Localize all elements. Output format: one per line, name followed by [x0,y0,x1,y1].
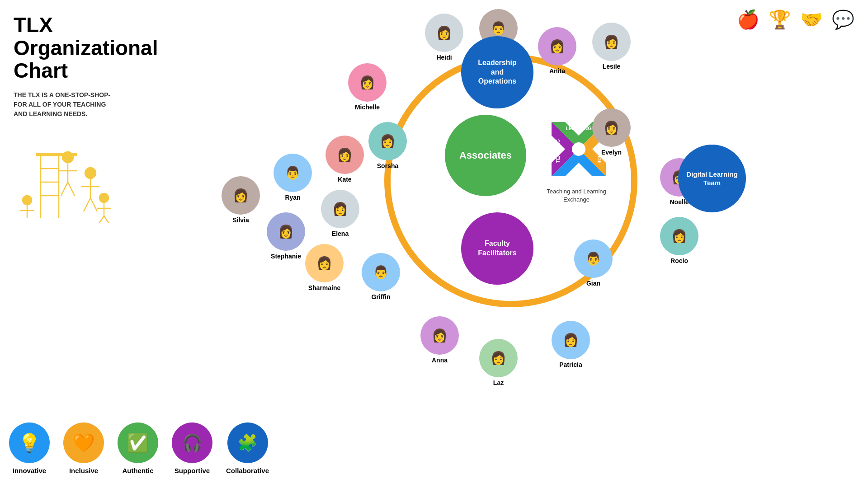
page-title: TLXOrganizationalChart [14,14,140,82]
person-griffin: 👨 Griffin [362,253,400,300]
leadership-circle: LeadershipandOperations [461,36,533,108]
name-laz: Laz [493,379,504,386]
svg-text:LEARNING: LEARNING [566,126,591,131]
person-lesile: 👩 Lesile [592,23,631,70]
svg-point-20 [23,196,32,205]
name-rocio: Rocio [670,257,688,264]
innovative-icon: 💡 [18,432,41,454]
page-subtitle: THE TLX IS A ONE-STOP-SHOP-FOR ALL OF YO… [14,90,113,119]
value-innovative: 💡 Innovative [9,422,50,474]
avatar-kate: 👩 [326,136,364,174]
associates-label: Associates [459,150,512,161]
inclusive-label: Inclusive [69,467,98,474]
svg-line-18 [99,216,104,223]
name-sorsha: Sorsha [377,162,398,169]
name-kate: Kate [338,176,351,183]
avatar-sharmaine: 👩 [305,244,344,282]
name-lesile: Lesile [603,63,621,70]
svg-line-8 [61,182,68,196]
person-anna: 👩 Anna [420,316,459,364]
person-michelle: 👩 Michelle [348,63,387,111]
digital-learning-circle: Digital Learning Team [678,145,746,212]
svg-point-10 [85,168,96,178]
name-anita: Anita [549,67,565,75]
avatar-michelle: 👩 [348,63,387,102]
avatar-patricia: 👩 [552,321,590,359]
left-panel: TLXOrganizationalChart THE TLX IS A ONE-… [14,14,140,229]
avatar-ryan: 👨 [274,154,312,192]
svg-line-13 [84,198,90,211]
person-patricia: 👩 Patricia [552,321,590,368]
name-heidi: Heidi [436,54,452,61]
leadership-label: LeadershipandOperations [478,58,516,86]
avatar-sorsha: 👩 [368,122,407,160]
person-evelyn: 👩 Evelyn [592,108,631,156]
person-rocio: 👩 Rocio [660,217,698,264]
value-authentic: ✅ Authentic [118,422,158,474]
tlx-exchange-text: Teaching and Learning Exchange [547,188,606,203]
person-elena: 👩 Elena [321,190,359,237]
avatar-heidi: 👩 [425,14,463,52]
name-silvia: Silvia [232,216,249,224]
illustration [14,128,131,227]
person-sorsha: 👩 Sorsha [368,122,407,169]
person-anita: 👩 Anita [538,27,576,75]
innovative-circle: 💡 [9,422,50,463]
inclusive-circle: 🧡 [63,422,104,463]
svg-line-9 [68,182,75,196]
name-griffin: Griffin [372,293,391,300]
authentic-icon: ✅ [127,432,149,454]
name-elena: Elena [332,230,349,237]
avatar-griffin: 👨 [362,253,400,291]
name-anna: Anna [432,357,448,364]
svg-line-19 [104,216,108,223]
svg-point-15 [99,193,108,202]
avatar-stephanie: 👩 [267,212,305,251]
authentic-circle: ✅ [118,422,158,463]
avatar-elena: 👩 [321,190,359,228]
value-inclusive: 🧡 Inclusive [63,422,104,474]
avatar-anita: 👩 [538,27,576,66]
avatar-evelyn: 👩 [592,108,631,147]
faculty-label: FacultyFacilitators [478,239,516,258]
svg-text:TEACHING: TEACHING [556,139,561,163]
avatar-rocio: 👩 [660,217,698,255]
avatar-gian: 👨 [574,239,613,278]
svg-point-28 [572,142,585,156]
name-patricia: Patricia [559,361,582,368]
name-sharmaine: Sharmaine [308,284,341,291]
faculty-circle: FacultyFacilitators [461,212,533,285]
avatar-laz: 👩 [479,339,518,377]
person-silvia: 👩 Silvia [222,176,260,224]
name-evelyn: Evelyn [601,149,622,156]
name-gian: Gian [586,280,600,287]
person-gian: 👨 Gian [574,239,613,287]
digital-learning-label: Digital Learning Team [678,170,746,188]
name-stephanie: Stephanie [271,253,301,260]
avatar-lesile: 👩 [592,23,631,61]
avatar-anna: 👩 [420,316,459,355]
name-ryan: Ryan [285,194,300,201]
person-kate: 👩 Kate [326,136,364,183]
innovative-label: Innovative [13,467,46,474]
person-heidi: 👩 Heidi [425,14,463,61]
person-laz: 👩 Laz [479,339,518,386]
chart-area: Associates LeadershipandOperations Facul… [181,0,859,488]
associates-circle: Associates [445,115,526,196]
tlx-exchange-label: Teaching and Learning Exchange [540,188,613,204]
authentic-label: Authentic [122,467,153,474]
person-sharmaine: 👩 Sharmaine [305,244,344,291]
person-ryan: 👨 Ryan [274,154,312,201]
svg-line-14 [90,198,97,211]
svg-rect-23 [36,153,77,156]
avatar-silvia: 👩 [222,176,260,215]
inclusive-icon: 🧡 [72,432,95,454]
person-stephanie: 👩 Stephanie [267,212,305,260]
name-michelle: Michelle [355,103,380,111]
